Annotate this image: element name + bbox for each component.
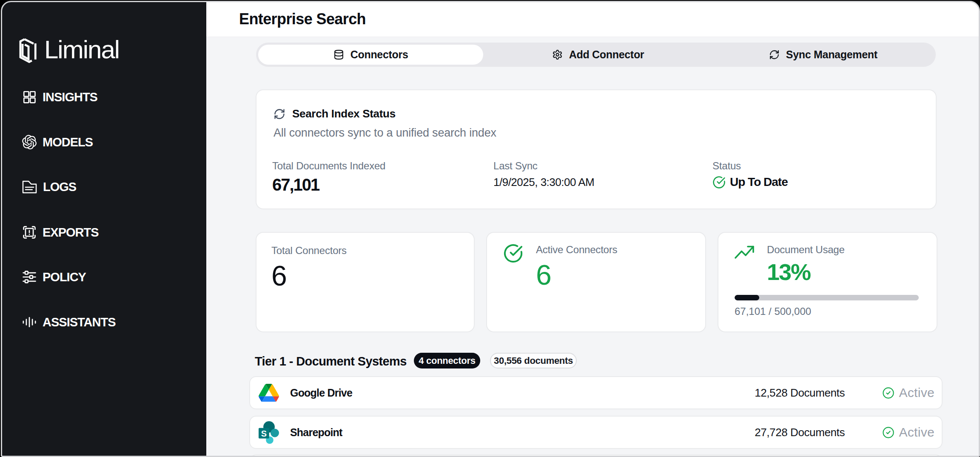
svg-text:S: S [261,428,267,438]
